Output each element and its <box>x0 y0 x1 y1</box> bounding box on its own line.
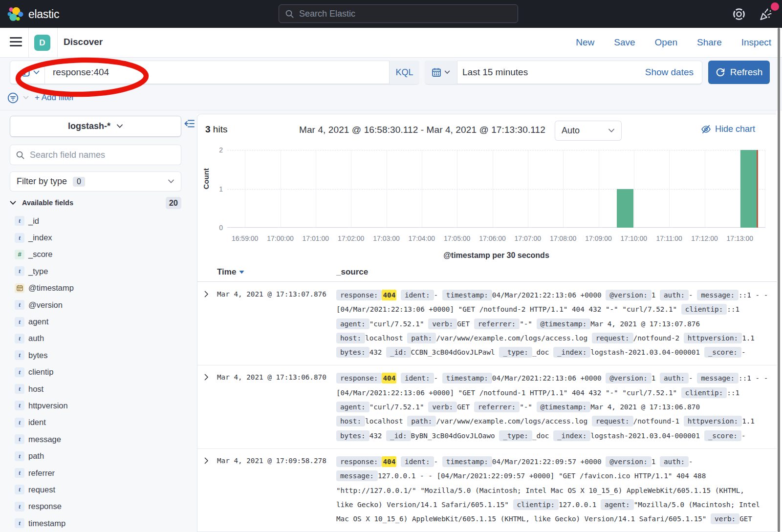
hits-number: 3 <box>205 124 211 134</box>
x-tick-label: 17:04:00 <box>409 234 435 242</box>
field-item-agent[interactable]: tagent <box>10 313 191 330</box>
field-item-host[interactable]: thost <box>10 381 191 397</box>
chevron-down-icon <box>168 179 174 184</box>
filter-by-type-count: 0 <box>73 177 85 187</box>
source-field-key: httpversion: <box>684 416 742 426</box>
action-new[interactable]: New <box>576 37 594 48</box>
source-field-key: @version: <box>606 290 651 300</box>
field-item-auth[interactable]: tauth <box>10 330 191 347</box>
elastic-logo[interactable]: elastic <box>7 5 59 23</box>
source-field-key: clientip: <box>681 387 727 398</box>
x-gridline <box>245 150 245 227</box>
filter-circle-icon[interactable] <box>7 92 19 104</box>
available-fields-title: Available fields <box>22 199 73 207</box>
field-name: ident <box>28 418 46 427</box>
field-item-@timestamp[interactable]: @timestamp <box>10 280 191 297</box>
field-item-_score[interactable]: #_score <box>10 246 191 263</box>
time-column-label: Time <box>217 267 236 277</box>
source-field-key: bytes: <box>336 347 369 358</box>
histogram-chart[interactable] <box>227 150 765 228</box>
sort-desc-icon <box>239 270 244 274</box>
hits-row: 3 hits Mar 4, 2021 @ 16:58:30.112 - Mar … <box>197 114 776 142</box>
search-bar-strip: response:404 KQL Last 15 <box>0 58 782 110</box>
chevron-down-icon <box>10 201 16 205</box>
collapse-sidebar-icon[interactable] <box>183 118 195 129</box>
x-gridline <box>387 150 387 227</box>
field-type-string-icon: t <box>15 300 24 310</box>
help-icon[interactable] <box>732 7 746 21</box>
doc-source: response:404 ident:- timestamp:04/Mar/20… <box>336 371 772 443</box>
field-type-string-icon: t <box>15 384 24 394</box>
field-item-timestamp[interactable]: ttimestamp <box>10 515 191 532</box>
scrollbar-thumb[interactable] <box>778 28 780 532</box>
field-name: host <box>28 384 43 394</box>
available-fields-count: 20 <box>166 197 181 209</box>
x-tick-label: 17:07:00 <box>515 234 542 242</box>
expand-row-icon[interactable] <box>203 457 210 464</box>
news-icon[interactable] <box>759 7 773 21</box>
field-item-_type[interactable]: t_type <box>10 263 191 279</box>
field-item-ident[interactable]: tident <box>10 414 191 431</box>
source-field-key: auth: <box>660 456 689 467</box>
field-search-input[interactable]: Search field names <box>10 145 181 165</box>
show-dates-link[interactable]: Show dates <box>645 61 702 84</box>
histogram-bar-17:09:30[interactable] <box>617 189 633 228</box>
source-field-key: ident: <box>401 373 434 383</box>
interval-select[interactable]: Auto <box>555 121 622 141</box>
document-table: Mar 4, 2021 @ 17:13:07.876response:404 i… <box>197 282 777 532</box>
field-item-path[interactable]: tpath <box>10 447 191 464</box>
histogram-bar-17:13:00[interactable] <box>740 150 757 228</box>
action-open[interactable]: Open <box>655 37 677 48</box>
x-tick-label: 17:10:00 <box>621 234 648 242</box>
source-field-key: timestamp: <box>442 456 492 467</box>
quick-select-button[interactable] <box>425 61 457 84</box>
x-gridline <box>599 150 599 227</box>
field-name: bytes <box>28 351 47 360</box>
hide-chart-label: Hide chart <box>715 124 755 134</box>
field-item-message[interactable]: tmessage <box>10 431 191 447</box>
notification-dot <box>771 2 779 11</box>
hide-chart-button[interactable]: Hide chart <box>701 124 755 134</box>
column-header-time[interactable]: Time <box>217 267 244 277</box>
field-item-_id[interactable]: t_id <box>10 213 191 229</box>
field-type-string-icon: t <box>15 418 24 427</box>
field-type-string-icon: t <box>15 216 24 226</box>
field-item-referrer[interactable]: treferrer <box>10 465 191 481</box>
field-item-response[interactable]: tresponse <box>10 498 191 515</box>
expand-row-icon[interactable] <box>203 374 210 381</box>
field-item-httpversion[interactable]: thttpversion <box>10 397 191 414</box>
table-header: Time _source <box>197 266 777 282</box>
action-share[interactable]: Share <box>697 37 722 48</box>
field-item-_index[interactable]: t_index <box>10 229 191 246</box>
field-item-bytes[interactable]: tbytes <box>10 347 191 363</box>
x-tick-label: 17:06:00 <box>479 234 506 242</box>
global-search-input[interactable]: Search Elastic <box>279 4 518 23</box>
discover-app-icon[interactable]: D <box>34 35 50 51</box>
action-inspect[interactable]: Inspect <box>741 37 771 48</box>
time-range-value[interactable]: Last 15 minutes <box>457 61 645 84</box>
x-gridline <box>281 150 281 227</box>
query-input[interactable]: response:404 <box>45 61 389 84</box>
kql-language-button[interactable]: KQL <box>389 61 419 84</box>
search-icon <box>16 150 25 160</box>
doc-row: Mar 4, 2021 @ 17:13:07.876response:404 i… <box>197 282 777 365</box>
field-item-request[interactable]: trequest <box>10 481 191 498</box>
expand-row-icon[interactable] <box>203 291 210 298</box>
x-gridline <box>422 150 422 227</box>
doc-row: Mar 4, 2021 @ 17:13:06.870response:404 i… <box>197 365 777 448</box>
highlighted-value: 404 <box>382 456 396 467</box>
saved-query-menu-button[interactable] <box>10 61 45 84</box>
doc-source: response:404 ident:- timestamp:04/Mar/20… <box>336 455 772 526</box>
action-save[interactable]: Save <box>614 37 635 48</box>
field-item-clientip[interactable]: tclientip <box>10 364 191 381</box>
refresh-button[interactable]: Refresh <box>708 61 770 84</box>
x-gridline <box>563 150 564 227</box>
menu-icon[interactable] <box>10 37 22 47</box>
index-pattern-select[interactable]: logstash-* <box>10 116 181 137</box>
available-fields-header[interactable]: Available fields 20 <box>10 195 181 210</box>
field-item-@version[interactable]: t@version <box>10 297 191 313</box>
filter-by-type-button[interactable]: Filter by type 0 <box>10 171 181 192</box>
index-pattern-label: logstash-* <box>68 121 110 131</box>
add-filter-button[interactable]: + Add filter <box>35 93 74 103</box>
chevron-down-icon[interactable] <box>23 96 29 100</box>
